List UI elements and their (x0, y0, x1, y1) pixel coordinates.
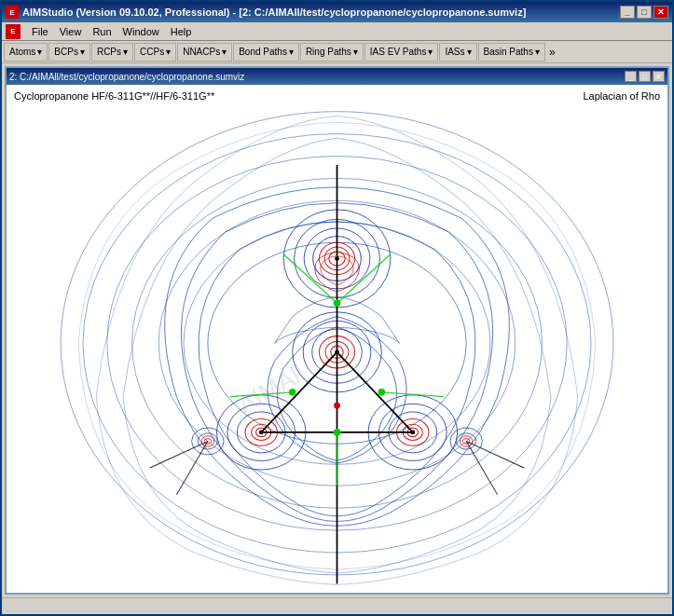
svg-line-58 (283, 254, 337, 304)
svg-point-48 (334, 403, 340, 409)
menu-help[interactable]: Help (165, 24, 198, 39)
inner-maximize[interactable]: □ (639, 71, 651, 82)
toolbar-bond-paths[interactable]: Bond Paths▾ (233, 43, 299, 62)
menu-run[interactable]: Run (87, 24, 117, 39)
menu-bar: E File View Run Window Help (2, 22, 672, 41)
title-bar: E AIMStudio (Version 09.10.02, Professio… (2, 2, 672, 22)
menu-view[interactable]: View (54, 24, 88, 39)
toolbar-ias-ev-paths[interactable]: IAS EV Paths▾ (365, 43, 439, 62)
toolbar-ccps[interactable]: CCPs▾ (134, 43, 176, 62)
title-bar-left: E AIMStudio (Version 09.10.02, Professio… (6, 6, 526, 19)
toolbar-ring-paths[interactable]: Ring Paths▾ (300, 43, 364, 62)
contour-plot: AIMAll (7, 85, 667, 593)
inner-minimize[interactable]: _ (625, 71, 637, 82)
inner-title-controls: _ □ ✕ (625, 71, 665, 82)
menu-file[interactable]: File (26, 24, 54, 39)
main-window: E AIMStudio (Version 09.10.02, Professio… (0, 0, 674, 616)
toolbar: Atoms▾ BCPs▾ RCPs▾ CCPs▾ NNACPs▾ Bond Pa… (2, 41, 672, 63)
svg-point-51 (259, 431, 264, 435)
window-title: AIMStudio (Version 09.10.02, Professiona… (22, 7, 526, 18)
toolbar-bcps[interactable]: BCPs▾ (48, 43, 90, 62)
inner-window-title: 2: C:/AIMAll/test/cyclopropanone/cyclopr… (9, 72, 244, 82)
inner-window: 2: C:/AIMAll/test/cyclopropanone/cyclopr… (5, 66, 669, 595)
svg-line-59 (337, 254, 391, 304)
close-button[interactable]: ✕ (653, 6, 668, 19)
menu-window[interactable]: Window (117, 24, 165, 39)
app-icon: E (6, 6, 19, 19)
inner-title-bar: 2: C:/AIMAll/test/cyclopropanone/cyclopr… (7, 68, 667, 85)
toolbar-basin-paths[interactable]: Basin Paths▾ (478, 43, 545, 62)
visualization-canvas: Cyclopropanone HF/6-311G**//HF/6-311G** … (7, 85, 667, 593)
svg-point-50 (335, 349, 339, 354)
svg-point-49 (335, 256, 339, 261)
menu-app-icon: E (6, 24, 21, 39)
svg-point-52 (410, 431, 415, 435)
toolbar-rcps[interactable]: RCPs▾ (91, 43, 133, 62)
title-controls: _ □ ✕ (620, 6, 668, 19)
svg-line-56 (466, 441, 524, 468)
toolbar-nnacps[interactable]: NNACPs▾ (177, 43, 232, 62)
toolbar-iass[interactable]: IASs▾ (439, 43, 476, 62)
status-bar (2, 597, 672, 614)
svg-line-61 (381, 392, 444, 397)
svg-line-42 (337, 352, 413, 432)
inner-close[interactable]: ✕ (653, 71, 665, 82)
toolbar-more[interactable]: » (546, 46, 558, 59)
minimize-button[interactable]: _ (620, 6, 635, 19)
maximize-button[interactable]: □ (637, 6, 652, 19)
toolbar-atoms[interactable]: Atoms▾ (4, 43, 48, 62)
svg-line-54 (150, 441, 208, 468)
